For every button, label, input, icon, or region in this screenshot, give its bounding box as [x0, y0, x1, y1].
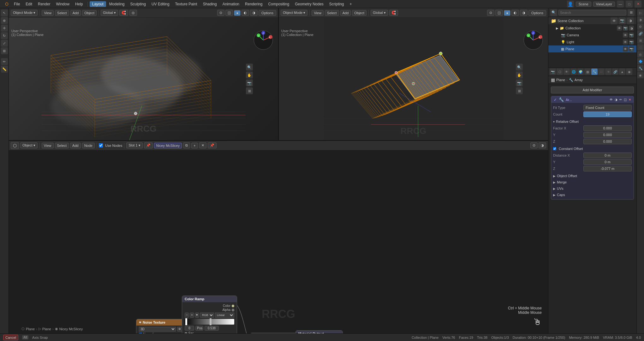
tool-rotate[interactable]: ↻ [1, 32, 8, 39]
mat-right[interactable]: ◐ [511, 10, 519, 16]
workspace-compositing[interactable]: Compositing [265, 1, 292, 7]
left-viewport[interactable]: Object Mode View Select Add Object Globa… [9, 8, 279, 140]
select-menu-left[interactable]: Select [55, 10, 69, 16]
slot-selector[interactable]: Slot 1 [126, 142, 142, 148]
blender-logo[interactable]: ⬡ [3, 1, 11, 7]
node-node[interactable]: Node [82, 143, 95, 148]
workspace-texture[interactable]: Texture Paint [173, 1, 200, 7]
material-copy[interactable]: ⧉ [183, 142, 190, 148]
workspace-geometry-nodes[interactable]: Geometry Nodes [292, 1, 326, 7]
tool-scale[interactable]: ⤢ [1, 40, 8, 47]
const-offset-cb[interactable] [553, 147, 556, 150]
node-editor-icon[interactable]: ⬡ [11, 142, 19, 149]
object-mode-right[interactable]: Object Mode [281, 10, 307, 16]
prop-physics-icon[interactable]: ⚛ [605, 69, 611, 75]
noise-dim-select[interactable]: 3D2D4D [139, 327, 176, 332]
options-right[interactable]: Options [528, 10, 546, 16]
mod-edit[interactable]: ✏ [619, 98, 622, 101]
overlay-left[interactable]: ⊙ [217, 10, 224, 16]
workspace-layout[interactable]: Layout [90, 1, 106, 7]
solid-right[interactable]: ● [504, 10, 510, 16]
edge-icon-1[interactable]: ▷ [637, 9, 644, 16]
mod-render[interactable]: ◑ [615, 98, 617, 101]
menu-help[interactable]: Help [73, 1, 86, 7]
snap-icon[interactable]: 🧲 [119, 10, 128, 16]
edge-icon-2[interactable]: ◑ [637, 16, 644, 23]
material-del[interactable]: ✕ [199, 142, 206, 148]
viewlayer-selector[interactable]: ViewLayer [593, 2, 615, 7]
edge-icon-8[interactable]: 🔷 [637, 58, 644, 64]
collection-render[interactable]: ◑ [629, 26, 634, 31]
workspace-shading[interactable]: Shading [200, 1, 219, 7]
prop-modifier-icon[interactable]: 🔧 [591, 69, 598, 75]
global-right[interactable]: Global [371, 10, 388, 16]
edge-icon-4[interactable]: 🔗 [637, 30, 644, 37]
render-right[interactable]: ◑ [520, 10, 528, 16]
rel-z-val[interactable]: 0.000 [583, 139, 632, 144]
prop-scene-icon[interactable]: 🌐 [570, 69, 577, 75]
tool-select[interactable]: ↖ [1, 9, 8, 16]
collection-eye[interactable]: 👁 [617, 26, 622, 31]
select-menu-right[interactable]: Select [325, 10, 339, 16]
color-ramp-node[interactable]: Color Ramp Color Alpha [182, 296, 237, 333]
tool-annotate[interactable]: ✏ [1, 58, 8, 65]
node-object-type[interactable]: Object [20, 142, 38, 148]
workspace-animation[interactable]: Animation [220, 1, 242, 7]
view-menu-left[interactable]: View [42, 10, 54, 16]
node-canvas[interactable]: 🔲 Texture Coordinate Object 🔍 From Insta… [9, 150, 548, 333]
prop-output-icon[interactable]: ⬡ [557, 69, 563, 75]
collection-cam[interactable]: 📷 [623, 26, 628, 31]
cam-eye[interactable]: 👁 [623, 33, 628, 38]
node-shading[interactable]: ◑ [539, 142, 546, 148]
outliner-item-light[interactable]: 💡 Light 👁 📷 [548, 39, 636, 45]
cr-pos1[interactable]: 0 [185, 326, 194, 331]
prop-data-icon[interactable]: ▲ [619, 69, 625, 75]
outliner-filter[interactable]: ⊞ [628, 9, 635, 16]
minimize-btn[interactable]: — [617, 1, 624, 8]
prop-render-icon[interactable]: 📷 [550, 69, 556, 75]
left-cam-btn[interactable]: 📷 [246, 80, 253, 87]
cam-cam-icon[interactable]: 📷 [629, 33, 634, 38]
node-pin[interactable]: 📌 [144, 142, 153, 148]
merge-header[interactable]: ▶ Merge [553, 180, 632, 185]
workspace-sculpting[interactable]: Sculpting [128, 1, 148, 7]
left-pan-btn[interactable]: ✋ [246, 72, 253, 79]
workspace-add[interactable]: + [347, 1, 355, 7]
options-left[interactable]: Options [259, 10, 276, 16]
rel-x-val[interactable]: 0.000 [583, 125, 632, 131]
menu-edit[interactable]: Edit [23, 1, 35, 7]
node-view[interactable]: View [42, 143, 54, 148]
noise-normalize-cb[interactable] [139, 333, 142, 334]
left-zoom-btn[interactable]: 🔍 [246, 64, 253, 71]
workspace-uv[interactable]: UV Editing [149, 1, 172, 7]
maximize-btn[interactable]: □ [626, 1, 633, 8]
right-cam-btn[interactable]: 📷 [516, 80, 523, 87]
mod-cage[interactable]: ◫ [624, 98, 627, 101]
workspace-rendering[interactable]: Rendering [242, 1, 265, 7]
prop-view-icon[interactable]: 👁 [564, 69, 570, 75]
use-nodes-checkbox[interactable] [99, 143, 103, 147]
outliner-search-input[interactable] [558, 10, 626, 15]
material-name[interactable]: Nicey McSlicey [154, 143, 182, 148]
outliner-camera[interactable]: 📷 [619, 17, 626, 24]
xray-left[interactable]: ◫ [225, 10, 233, 16]
cr-gradient[interactable] [185, 319, 234, 325]
right-viewport[interactable]: Object Mode View Select Add Object Globa… [279, 8, 548, 140]
tool-measure[interactable]: 📏 [1, 66, 8, 73]
cr-plus[interactable]: + [190, 313, 194, 318]
left-viewport-canvas[interactable]: User Perspective (1) Collection | Plane [9, 18, 278, 140]
node-add[interactable]: Add [70, 143, 81, 148]
prop-world-icon[interactable]: 🌍 [577, 69, 584, 75]
mod-check[interactable]: ✓ [554, 98, 557, 102]
outliner-render[interactable]: ◑ [627, 17, 634, 24]
add-menu-right[interactable]: Add [340, 10, 351, 16]
outliner-eye[interactable]: 👁 [611, 17, 617, 24]
object-offset-header[interactable]: ▶ Object Offset [553, 173, 632, 178]
material-pin[interactable]: 📌 [208, 142, 217, 148]
const-y-val[interactable]: 0 m [583, 159, 632, 165]
plane-cam[interactable]: 📷 [629, 46, 634, 51]
edge-icon-3[interactable]: ⚙ [637, 23, 644, 30]
mix-shader-node[interactable]: Mix Shader Fac Shader Shad [250, 333, 297, 333]
uvs-header[interactable]: ▶ UVs [553, 186, 632, 191]
overlay-right[interactable]: ⊙ [487, 10, 494, 16]
